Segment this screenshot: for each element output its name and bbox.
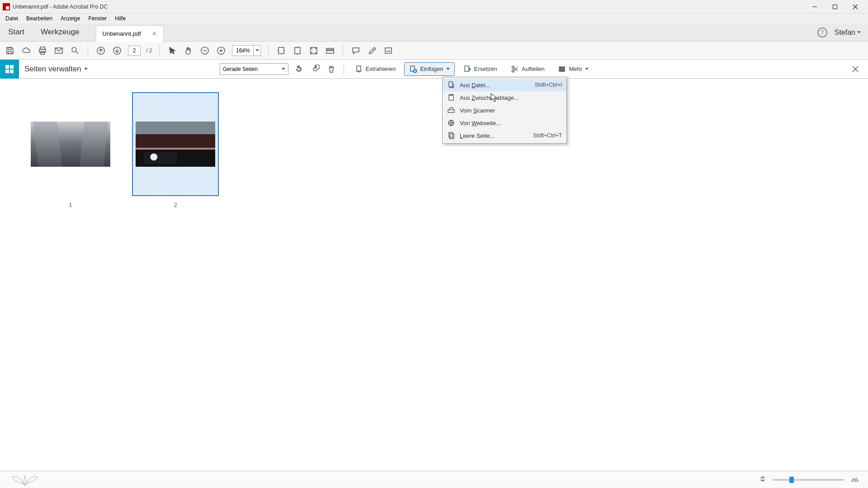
zoom-in-icon[interactable] (216, 45, 226, 56)
svg-rect-23 (326, 51, 334, 53)
svg-rect-25 (5, 65, 9, 69)
help-icon[interactable]: ? (817, 28, 827, 38)
thumbnail-size-icon[interactable] (851, 475, 859, 485)
rotate-right-icon[interactable] (309, 63, 321, 75)
insert-label: Einfügen (420, 66, 443, 72)
replace-button[interactable]: Ersetzen (459, 63, 502, 75)
insert-button[interactable]: Einfügen (405, 63, 454, 75)
page-number-input[interactable] (128, 46, 141, 56)
save-icon[interactable] (5, 45, 15, 56)
user-name: Stefan (835, 28, 855, 37)
window-title: Unbenannt.pdf - Adobe Acrobat Pro DC (13, 4, 108, 10)
delete-icon[interactable] (326, 63, 337, 75)
svg-rect-7 (39, 49, 46, 52)
tab-document[interactable]: Unbenannt.pdf ✕ (96, 25, 164, 42)
svg-rect-8 (41, 52, 44, 54)
svg-rect-24 (385, 48, 392, 53)
fit-width-icon[interactable] (276, 45, 287, 56)
dropdown-aus-datei-label: Aus Datei... (460, 82, 530, 89)
page-down-icon[interactable] (112, 45, 123, 56)
svg-rect-27 (5, 70, 9, 73)
comment-icon[interactable] (350, 45, 361, 56)
close-tab-icon[interactable]: ✕ (152, 30, 157, 37)
page-filter-value: Gerade Seiten (223, 66, 258, 72)
menubar: Datei Bearbeiten Anzeige Fenster Hilfe (0, 14, 868, 23)
caret-down-icon (585, 68, 589, 70)
page-total-label: / 2 (146, 47, 152, 54)
tab-start[interactable]: Start (0, 23, 33, 41)
svg-rect-37 (559, 70, 565, 71)
dropdown-aus-zwischenablage[interactable]: Aus Zwischenablage... (443, 91, 566, 104)
svg-rect-22 (326, 48, 334, 50)
dropdown-aus-datei[interactable]: Aus Datei... Shift+Ctrl+I (443, 79, 566, 91)
more-button[interactable]: Mehr (553, 63, 593, 75)
separator (159, 45, 160, 56)
arrow-tool-icon[interactable] (167, 45, 178, 56)
dropdown-von-webseite[interactable]: Von Webseite... (443, 117, 566, 129)
svg-rect-46 (450, 134, 454, 139)
zoom-select[interactable]: 164% (232, 45, 261, 56)
tabbar: Start Werkzeuge Unbenannt.pdf ✕ ? Stefan (0, 23, 868, 42)
mail-icon[interactable] (53, 45, 64, 56)
page-up-icon[interactable] (95, 45, 106, 56)
mode-label[interactable]: Seiten verwalten (19, 65, 93, 74)
titlebar: Unbenannt.pdf - Adobe Acrobat Pro DC (0, 0, 868, 14)
svg-rect-41 (449, 95, 453, 100)
thumbnail-2-number: 2 (174, 202, 177, 208)
dropdown-vom-scanner[interactable]: Vom Scanner (443, 104, 566, 117)
rotate-left-icon[interactable] (293, 63, 305, 75)
thumbnail-2[interactable]: 2 (132, 92, 219, 208)
print-icon[interactable] (37, 45, 48, 56)
caret-down-icon (84, 68, 88, 70)
insert-dropdown: Aus Datei... Shift+Ctrl+I Aus Zwischenab… (442, 77, 567, 144)
dropdown-von-webseite-label: Von Webseite... (460, 120, 562, 127)
main-toolbar: / 2 164% (0, 42, 868, 60)
svg-rect-35 (559, 67, 565, 68)
split-button[interactable]: Aufteilen (506, 63, 549, 75)
zoom-slider-knob[interactable] (789, 477, 794, 483)
thumbnail-1[interactable]: 1 (27, 92, 114, 208)
search-icon[interactable] (70, 45, 80, 56)
hand-tool-icon[interactable] (183, 45, 194, 56)
dropdown-leere-seite[interactable]: Leere Seite... Shift+Ctrl+T (443, 129, 566, 142)
close-window-button[interactable] (845, 0, 865, 14)
close-tool-button[interactable] (849, 63, 862, 75)
maximize-button[interactable] (825, 0, 845, 14)
tab-werkzeuge[interactable]: Werkzeuge (33, 23, 88, 41)
replace-label: Ersetzen (474, 66, 497, 72)
svg-rect-40 (449, 82, 453, 87)
app-icon (3, 3, 10, 10)
tab-document-label: Unbenannt.pdf (103, 30, 141, 37)
menu-fenster[interactable]: Fenster (85, 14, 110, 23)
svg-rect-4 (8, 47, 11, 50)
separator (344, 63, 344, 75)
zoom-slider[interactable] (772, 479, 844, 481)
menu-datei[interactable]: Datei (2, 14, 22, 23)
bottombar (0, 471, 868, 488)
menu-hilfe[interactable]: Hilfe (111, 14, 129, 23)
reading-mode-icon[interactable] (325, 45, 335, 56)
svg-rect-36 (559, 69, 565, 70)
page-filter-select[interactable]: Gerade Seiten (220, 63, 288, 75)
svg-rect-45 (449, 132, 453, 137)
zoom-out-icon[interactable] (199, 45, 210, 56)
svg-rect-43 (448, 110, 454, 113)
svg-rect-32 (465, 66, 469, 71)
more-label: Mehr (569, 66, 582, 72)
minimize-button[interactable] (804, 0, 825, 14)
thumbnails-area[interactable]: 1 2 (0, 79, 868, 471)
cloud-icon[interactable] (21, 45, 32, 56)
menu-bearbeiten[interactable]: Bearbeiten (23, 14, 56, 23)
caret-down-icon (446, 68, 450, 70)
user-menu[interactable]: Stefan (835, 28, 861, 37)
collapse-icon[interactable] (760, 475, 766, 484)
svg-rect-5 (8, 52, 12, 54)
svg-rect-20 (295, 47, 300, 54)
signature-icon[interactable] (383, 45, 394, 56)
fit-height-icon[interactable] (292, 45, 303, 56)
highlight-icon[interactable] (367, 45, 377, 56)
fit-page-icon[interactable] (308, 45, 319, 56)
separator (343, 45, 343, 56)
menu-anzeige[interactable]: Anzeige (57, 14, 84, 23)
extract-button[interactable]: Extrahieren (350, 63, 400, 75)
